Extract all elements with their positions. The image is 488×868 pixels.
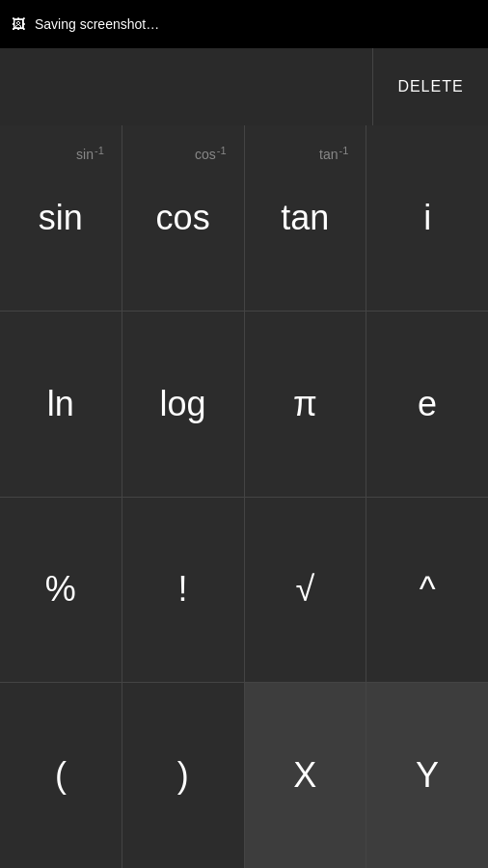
key-rparen-label: ) (177, 758, 189, 793)
key-lparen[interactable]: ( (0, 683, 122, 868)
key-exc-label: ! (178, 572, 188, 607)
key-lparen-label: ( (55, 758, 67, 793)
key-pct-label: % (45, 572, 76, 607)
key-rparen[interactable]: ) (122, 683, 244, 868)
screenshot-icon: 🖼 (12, 16, 25, 32)
key-ln[interactable]: ln (0, 312, 122, 497)
key-e-label: e (418, 387, 437, 421)
key-i-label: i (423, 201, 431, 235)
keypad: sin-1sincos-1costan-1tanilnlogπe%!√^()XY (0, 125, 488, 868)
key-x[interactable]: X (245, 683, 366, 868)
key-cos-label: cos (156, 201, 210, 235)
key-sqrt[interactable]: √ (245, 498, 366, 683)
key-sqrt-label: √ (295, 572, 314, 607)
key-caret-label: ^ (420, 572, 436, 607)
status-bar: 🖼 Saving screenshot… (0, 0, 488, 48)
key-log[interactable]: log (122, 312, 244, 497)
delete-button[interactable]: DELETE (372, 48, 488, 125)
key-sin-superscript: sin-1 (76, 147, 104, 162)
key-x-label: X (293, 758, 316, 793)
key-ln-label: ln (47, 387, 74, 421)
expression-display (0, 48, 372, 125)
key-pi[interactable]: π (245, 312, 366, 497)
key-log-label: log (160, 387, 206, 421)
key-exc[interactable]: ! (122, 498, 244, 683)
key-caret[interactable]: ^ (366, 498, 488, 683)
key-i[interactable]: i (366, 125, 488, 311)
key-e[interactable]: e (366, 312, 488, 497)
display-row: DELETE (0, 48, 488, 125)
key-tan[interactable]: tan-1tan (245, 125, 366, 311)
key-y-label: Y (416, 758, 439, 793)
key-cos-superscript: cos-1 (195, 147, 227, 162)
key-sin-label: sin (39, 201, 83, 235)
status-text: Saving screenshot… (35, 16, 159, 32)
key-cos[interactable]: cos-1cos (122, 125, 244, 311)
key-tan-label: tan (281, 201, 329, 235)
key-pct[interactable]: % (0, 498, 122, 683)
key-tan-superscript: tan-1 (319, 147, 348, 162)
key-y[interactable]: Y (366, 683, 488, 868)
key-sin[interactable]: sin-1sin (0, 125, 122, 311)
key-pi-label: π (293, 387, 317, 421)
